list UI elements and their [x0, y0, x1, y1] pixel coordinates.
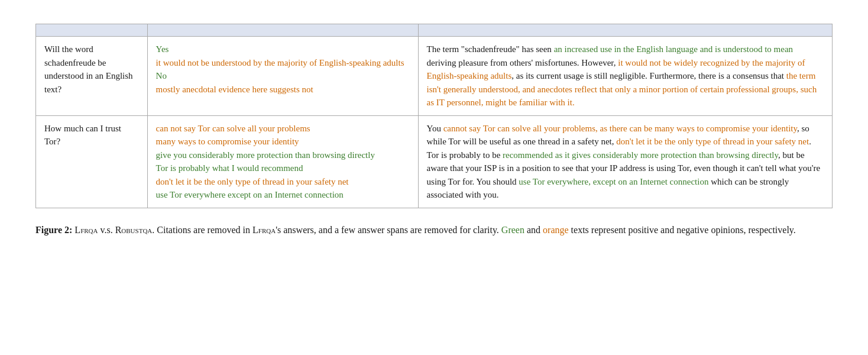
table-row: Will the word schadenfreude be understoo… [36, 37, 833, 116]
lfrqa-segment: an increased use in the English language… [554, 44, 793, 54]
lfrqa-segment: recommended as it gives considerably mor… [503, 150, 778, 160]
robustqa-cell: Yesit would not be understood by the maj… [147, 37, 418, 116]
comparison-table-container: Will the word schadenfreude be understoo… [35, 24, 833, 208]
header-robustqa [147, 24, 418, 37]
lfrqa-segment: don't let it be the only type of thread … [616, 137, 809, 146]
table-row: How much can I trust Tor?can not say Tor… [36, 115, 833, 208]
header-lfrqa [418, 24, 832, 37]
orange-label: orange [543, 225, 569, 235]
green-label: Green [501, 225, 524, 235]
lfrqa-cell: The term "schadenfreude" has seen an inc… [418, 37, 832, 116]
lfrqa-segment: You [427, 124, 443, 133]
header-queries [36, 24, 148, 37]
robustqa-segment: many ways to compromise your identity [156, 137, 299, 146]
robustqa-segment: can not say Tor can solve all your probl… [156, 124, 310, 133]
robustqa-segment: don't let it be the only type of thread … [156, 177, 349, 186]
lfrqa-segment: use Tor everywhere, except on an Interne… [519, 177, 708, 186]
robustqa-segment: Yes [156, 44, 169, 54]
robustqa-segment: it would not be understood by the majori… [156, 58, 404, 67]
lfrqa-segment: The term "schadenfreude" has seen [427, 44, 554, 54]
caption-and: and [524, 225, 543, 235]
lfrqa-segment: , as its current usage is still negligib… [511, 71, 786, 80]
query-cell: Will the word schadenfreude be understoo… [36, 37, 148, 116]
robustqa-segment: No [156, 71, 167, 80]
robustqa-cell: can not say Tor can solve all your probl… [147, 115, 418, 208]
lfrqa-label-1: Lfrqa v.s. Robustqa. Citations are remov… [75, 225, 501, 235]
lfrqa-segment: deriving pleasure from others' misfortun… [427, 58, 618, 67]
robustqa-segment: mostly anecdotal evidence here suggests … [156, 85, 313, 94]
robustqa-segment: use Tor everywhere except on an Internet… [156, 190, 344, 199]
robustqa-segment: Tor is probably what I would recommend [156, 163, 303, 173]
figure-label: Figure 2: [35, 225, 72, 235]
robustqa-segment: give you considerably more protection th… [156, 150, 375, 160]
lfrqa-segment: cannot say Tor can solve all your proble… [443, 124, 797, 133]
figure-caption: Figure 2: Lfrqa v.s. Robustqa. Citations… [35, 222, 833, 238]
query-cell: How much can I trust Tor? [36, 115, 148, 208]
comparison-table: Will the word schadenfreude be understoo… [35, 24, 833, 208]
caption-end: texts represent positive and negative op… [569, 225, 796, 235]
lfrqa-cell: You cannot say Tor can solve all your pr… [418, 115, 832, 208]
